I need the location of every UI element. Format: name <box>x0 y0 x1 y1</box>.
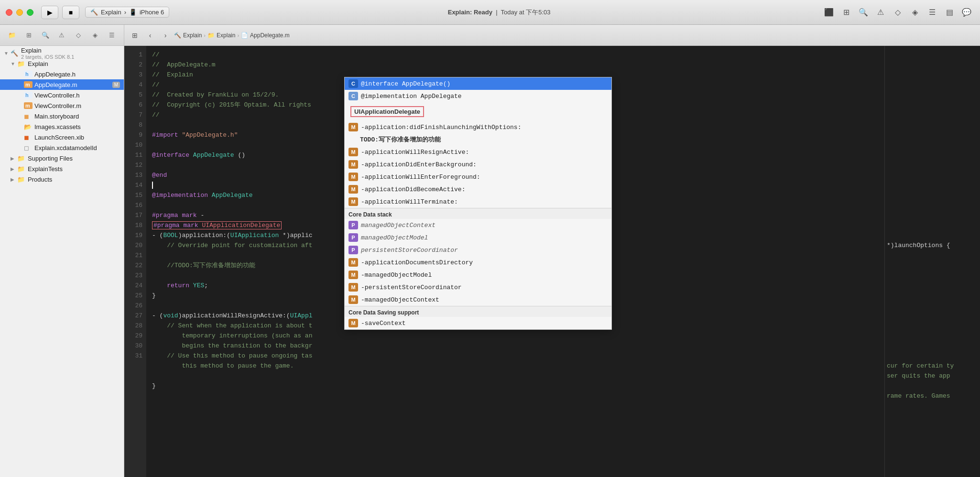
ac-item-appdir[interactable]: M -applicationDocumentsDirectory <box>345 256 611 269</box>
supporting-files-folder[interactable]: ▶ 📁 Supporting Files <box>0 153 124 163</box>
main-area: 📁 ⊞ 🔍 ⚠ ◇ ◈ ☰ ▼ 🔨 Explain 2 targets, iOS… <box>0 25 980 477</box>
file-viewcontroller-h[interactable]: h ViewController.h <box>0 90 124 100</box>
ac-item-pscoord-m[interactable]: M -persistentStoreCoordinator <box>345 281 611 293</box>
back-btn[interactable]: ‹ <box>143 30 157 41</box>
target-name: iPhone 6 <box>140 9 164 16</box>
ac-label: managedObjectModel <box>361 234 428 241</box>
ac-label: -applicationWillTerminate: <box>361 198 458 206</box>
xcdatamodel-icon: ◻ <box>24 144 33 152</box>
file-label: Explain.xcdatamodelId <box>34 144 120 152</box>
ac-item-background[interactable]: M -applicationDidEnterBackground: <box>345 158 611 171</box>
supporting-files-label: Supporting Files <box>28 155 120 162</box>
explaintests-folder[interactable]: ▶ 📁 ExplainTests <box>0 163 124 174</box>
ac-item-save[interactable]: M -saveContext <box>345 317 611 329</box>
ac-label: @interface AppDelegate() <box>361 80 450 87</box>
ac-delegate-section: UIApplicationDelegate <box>345 102 611 121</box>
file-storyboard[interactable]: ◼ Main.storyboard <box>0 111 124 121</box>
maximize-button[interactable] <box>27 9 33 16</box>
editor-layout-btn[interactable]: ⊞ <box>128 30 142 41</box>
breakpoint-sidebar-btn[interactable]: ◈ <box>88 30 102 41</box>
warning-icon[interactable]: ⚠ <box>873 6 888 19</box>
search-sidebar-btn[interactable]: 🔍 <box>39 30 52 41</box>
ac-item-pscoord[interactable]: P persistentStoreCoordinator <box>345 244 611 256</box>
time-text: Today at 下午5:03 <box>501 9 551 16</box>
file-appdelegate-h[interactable]: h AppDelegate.h <box>0 69 124 79</box>
ac-badge-m: M <box>348 197 358 206</box>
ac-badge-m: M <box>348 295 358 304</box>
autocomplete-popup[interactable]: C @interface AppDelegate() C @implementa… <box>344 77 612 330</box>
scheme-app-icon: 🔨 <box>90 9 98 16</box>
file-label: LaunchScreen.xib <box>34 134 120 141</box>
file-xcassets[interactable]: 📂 Images.xcassets <box>0 121 124 132</box>
ac-label: -managedObjectContext <box>361 296 439 304</box>
file-viewcontroller-m[interactable]: m ViewController.m <box>0 100 124 111</box>
git-sidebar-btn[interactable]: ◇ <box>72 30 85 41</box>
breadcrumb: 🔨 Explain › 📁 Explain › 📄 AppDelegate.m <box>174 32 290 39</box>
navigator-toggle[interactable]: ⬛ <box>821 6 837 19</box>
panel-icon[interactable]: ▤ <box>942 6 957 19</box>
bc-explain1[interactable]: Explain <box>183 32 202 39</box>
m-file-icon: m <box>24 102 33 109</box>
sidebar-toolbar: 📁 ⊞ 🔍 ⚠ ◇ ◈ ☰ <box>0 25 124 46</box>
ac-item-mocontext[interactable]: P managedObjectContext <box>345 219 611 231</box>
list-icon[interactable]: ☰ <box>925 6 940 19</box>
ac-item-mocontext-m[interactable]: M -managedObjectContext <box>345 293 611 306</box>
ac-item-resign[interactable]: M -applicationWillResignActive: <box>345 146 611 158</box>
xcassets-icon: 📂 <box>24 123 33 130</box>
file-xib[interactable]: ◼ LaunchScreen.xib <box>0 132 124 142</box>
ac-item-momodel-m[interactable]: M -managedObjectModel <box>345 269 611 281</box>
search-icon[interactable]: 🔍 <box>856 6 871 19</box>
h-file-icon: h <box>24 92 33 98</box>
hierarchy-icon-btn[interactable]: ⊞ <box>22 30 35 41</box>
git-icon[interactable]: ◇ <box>890 6 905 19</box>
ac-section-saving: Core Data Saving support <box>345 306 611 317</box>
ac-badge-m: M <box>348 283 358 292</box>
ac-label: -managedObjectModel <box>361 271 432 279</box>
folder-icon-btn[interactable]: 📁 <box>5 30 19 41</box>
breakpoint-icon[interactable]: ◈ <box>907 6 923 19</box>
warning-sidebar-btn[interactable]: ⚠ <box>55 30 68 41</box>
file-xcdatamodel[interactable]: ◻ Explain.xcdatamodelId <box>0 142 124 153</box>
folder-disclosure: ▶ <box>11 156 17 161</box>
ac-item-interface[interactable]: C @interface AppDelegate() <box>345 77 611 90</box>
scheme-selector[interactable]: 🔨 Explain › 📱 iPhone 6 <box>85 7 169 18</box>
ac-item-momodel[interactable]: P managedObjectModel <box>345 231 611 244</box>
ac-label: -application:didFinishLaunchingWithOptio… <box>361 124 521 131</box>
bc-sep1: › <box>204 33 206 38</box>
project-root[interactable]: ▼ 🔨 Explain 2 targets, iOS SDK 8.1 <box>0 48 124 58</box>
explain-folder[interactable]: ▼ 📁 Explain <box>0 58 124 69</box>
ac-todo-label: TODO:写下你准备增加的功能 <box>360 135 441 144</box>
bc-filename[interactable]: AppDelegate.m <box>250 32 290 39</box>
chat-icon[interactable]: 💬 <box>959 6 974 19</box>
ac-badge-c: C <box>348 92 358 100</box>
ac-badge-m: M <box>348 148 358 156</box>
traffic-lights <box>6 9 33 16</box>
project-name: Explain <box>21 47 74 54</box>
close-button[interactable] <box>6 9 12 16</box>
ac-label: -applicationWillEnterForeground: <box>361 173 480 181</box>
storyboard-icon: ◼ <box>24 113 33 120</box>
toolbar-right: ⬛ ⊞ 🔍 ⚠ ◇ ◈ ☰ ▤ 💬 <box>821 6 974 19</box>
folder-icon: 📁 <box>17 60 26 67</box>
hierarchy-icon[interactable]: ⊞ <box>838 6 854 19</box>
ac-label: managedObjectContext <box>361 222 436 229</box>
stop-button[interactable]: ■ <box>62 6 79 19</box>
ac-item-method[interactable]: M -application:didFinishLaunchingWithOpt… <box>345 121 611 133</box>
products-folder[interactable]: ▶ 📁 Products <box>0 174 124 184</box>
m-file-icon: m <box>24 81 33 88</box>
bc-explain2[interactable]: Explain <box>217 32 235 39</box>
ac-item-active[interactable]: M -applicationDidBecomeActive: <box>345 183 611 195</box>
project-subtitle: 2 targets, iOS SDK 8.1 <box>21 54 74 60</box>
ac-item-terminate[interactable]: M -applicationWillTerminate: <box>345 195 611 208</box>
run-button[interactable]: ▶ <box>41 6 58 19</box>
minimize-button[interactable] <box>16 9 23 16</box>
project-icon: 🔨 <box>11 50 19 57</box>
ac-item-implementation[interactable]: C @implementation AppDelegate <box>345 90 611 102</box>
folder-icon: 📁 <box>17 176 26 183</box>
file-appdelegate-m[interactable]: m AppDelegate.m M <box>0 79 124 90</box>
log-sidebar-btn[interactable]: ☰ <box>105 30 119 41</box>
folder-disclosure: ▶ <box>11 177 17 182</box>
sidebar: 📁 ⊞ 🔍 ⚠ ◇ ◈ ☰ ▼ 🔨 Explain 2 targets, iOS… <box>0 25 124 477</box>
ac-item-foreground[interactable]: M -applicationWillEnterForeground: <box>345 171 611 183</box>
forward-btn[interactable]: › <box>159 30 172 41</box>
